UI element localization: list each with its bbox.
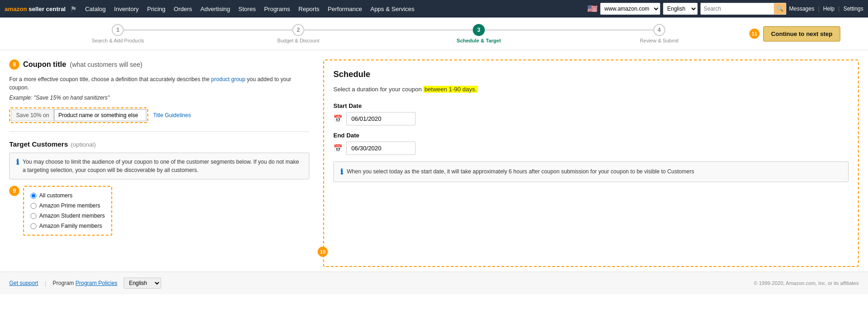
step-2: 2 Budget & Discount — [208, 24, 389, 43]
footer-lang-select[interactable]: English Français Deutsch Español 日本語 — [124, 278, 161, 289]
title-guidelines-link[interactable]: Title Guidelines — [153, 112, 191, 119]
logo: amazon seller central — [5, 6, 66, 12]
radio-prime-input[interactable] — [30, 203, 36, 209]
step-4: 4 Review & Submit — [569, 24, 749, 43]
end-date-input-row: 📅 — [333, 142, 849, 155]
start-date-input-row: 📅 — [333, 112, 849, 125]
flag-icon: ⚑ — [70, 5, 77, 13]
logo-area: amazon seller central ⚑ — [5, 5, 77, 13]
search-input[interactable] — [700, 3, 774, 15]
calendar-icon-end: 📅 — [333, 144, 343, 153]
divider1: | — [818, 6, 820, 12]
coupon-subtitle: (what customers will see) — [70, 61, 142, 68]
messages-link[interactable]: Messages — [789, 6, 814, 12]
nav-stores[interactable]: Stores — [235, 0, 259, 18]
domain-selector[interactable]: www.amazon.com — [600, 3, 660, 15]
nav-advertising[interactable]: Advertising — [197, 0, 234, 18]
coupon-title-row: Save 10% on Title Guidelines — [9, 107, 309, 123]
product-group-link[interactable]: product group — [211, 76, 245, 83]
left-panel: 8 Coupon title (what customers will see)… — [9, 59, 323, 267]
step-4-circle: 4 — [653, 24, 665, 36]
target-section-num: 9 — [9, 186, 19, 196]
footer-left: Get support | Program Program Policies E… — [9, 278, 161, 289]
nav-right: 🇺🇸 www.amazon.com English 🔍 Messages | H… — [587, 3, 863, 15]
nav-performance[interactable]: Performance — [324, 0, 366, 18]
radio-all-customers[interactable]: All customers — [30, 192, 105, 199]
radio-family[interactable]: Amazon Family members — [30, 223, 105, 229]
radio-all-label: All customers — [39, 192, 72, 199]
coupon-desc: For a more effective coupon title, choos… — [9, 75, 309, 92]
coupon-title-input[interactable] — [54, 109, 146, 121]
continue-area: 11 Continue to next step — [749, 26, 840, 41]
badge-10-circle: 10 — [318, 247, 328, 257]
info-icon: ℹ — [16, 158, 19, 166]
step-2-circle: 2 — [292, 24, 304, 36]
radio-prime-label: Amazon Prime members — [39, 202, 100, 209]
schedule-info-text: When you select today as the start date,… — [347, 167, 694, 176]
us-flag-icon: 🇺🇸 — [587, 4, 597, 14]
step-3-circle: 3 — [473, 24, 485, 36]
program-text: Program Program Policies — [53, 280, 117, 286]
radio-family-label: Amazon Family members — [39, 223, 102, 229]
calendar-icon-start: 📅 — [333, 114, 343, 123]
language-selector[interactable]: English — [663, 3, 698, 15]
top-navigation: amazon seller central ⚑ Catalog Inventor… — [0, 0, 868, 18]
radio-options-box: All customers Amazon Prime members Amazo… — [23, 186, 112, 236]
radio-prime[interactable]: Amazon Prime members — [30, 202, 105, 209]
end-date-input[interactable] — [346, 142, 416, 155]
nav-apps-services[interactable]: Apps & Services — [367, 0, 418, 18]
nav-reports[interactable]: Reports — [295, 0, 323, 18]
step-1-circle: 1 — [112, 24, 124, 36]
footer: Get support | Program Program Policies E… — [0, 272, 868, 294]
footer-language-selector: English Français Deutsch Español 日本語 — [124, 278, 161, 289]
step-1: 1 Search & Add Products — [28, 24, 208, 43]
radio-all-input[interactable] — [30, 193, 36, 199]
nav-links: Catalog Inventory Pricing Orders Adverti… — [81, 0, 587, 18]
target-info-box: ℹ You may choose to limit the audience o… — [9, 153, 309, 179]
target-info-text: You may choose to limit the audience of … — [23, 158, 302, 174]
schedule-panel: 10 Schedule Select a duration for your c… — [323, 59, 859, 267]
schedule-desc: Select a duration for your coupon betwee… — [333, 85, 849, 94]
search-bar: 🔍 — [700, 3, 786, 15]
start-date-input[interactable] — [346, 112, 416, 125]
step-items: 1 Search & Add Products 2 Budget & Disco… — [28, 24, 749, 43]
policies-link[interactable]: Program Policies — [75, 280, 117, 286]
search-button[interactable]: 🔍 — [774, 3, 786, 15]
coupon-prefix: Save 10% on — [11, 109, 54, 121]
nav-inventory[interactable]: Inventory — [110, 0, 142, 18]
coupon-example: Example: "Save 15% on hand sanitizers" — [9, 95, 309, 101]
section-divider-1 — [9, 131, 309, 132]
divider2: | — [838, 6, 840, 12]
nav-orders[interactable]: Orders — [170, 0, 196, 18]
nav-text-links: Messages | Help | Settings — [789, 6, 863, 12]
schedule-info-icon: ℹ — [340, 167, 343, 176]
coupon-section-num: 8 — [9, 59, 19, 70]
schedule-badge-10: 10 — [318, 247, 328, 257]
step-progress-bar: 1 Search & Add Products 2 Budget & Disco… — [0, 18, 868, 50]
radio-student-input[interactable] — [30, 213, 36, 219]
help-link[interactable]: Help — [823, 6, 835, 12]
step-4-label: Review & Submit — [640, 38, 679, 43]
footer-divider: | — [45, 280, 46, 287]
nav-pricing[interactable]: Pricing — [144, 0, 169, 18]
continue-button[interactable]: Continue to next step — [763, 26, 840, 41]
schedule-highlight: between 1-90 days. — [423, 86, 477, 93]
step-badge-11: 11 — [749, 29, 760, 39]
nav-catalog[interactable]: Catalog — [81, 0, 109, 18]
target-customers-header: Target Customers (optional) — [9, 140, 309, 148]
schedule-title: Schedule — [333, 70, 849, 79]
radio-student[interactable]: Amazon Student members — [30, 213, 105, 219]
schedule-info-box: ℹ When you select today as the start dat… — [333, 161, 849, 182]
coupon-title-input-box: Save 10% on — [9, 107, 148, 123]
start-date-label: Start Date — [333, 102, 849, 109]
nav-programs[interactable]: Programs — [260, 0, 294, 18]
target-title: Target Customers — [9, 140, 68, 148]
end-date-label: End Date — [333, 132, 849, 139]
radio-family-input[interactable] — [30, 223, 36, 229]
get-support-link[interactable]: Get support — [9, 280, 38, 286]
main-content: 8 Coupon title (what customers will see)… — [0, 50, 868, 272]
footer-copyright: © 1999-2020, Amazon.com, Inc. or its aff… — [754, 280, 859, 286]
settings-link[interactable]: Settings — [844, 6, 863, 12]
target-optional: (optional) — [71, 141, 96, 148]
step-2-label: Budget & Discount — [277, 38, 319, 43]
